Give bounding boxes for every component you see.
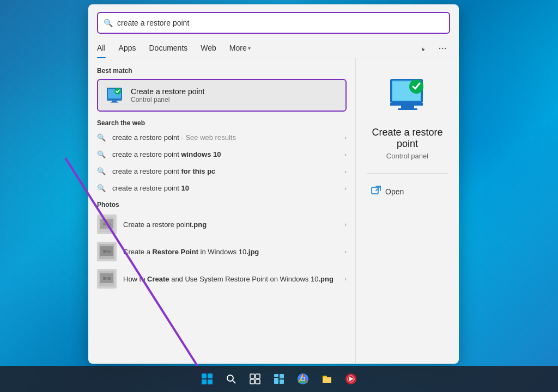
svg-rect-25 bbox=[372, 187, 378, 194]
svg-rect-37 bbox=[256, 379, 260, 384]
web-item-3[interactable]: 🔍 create a restore point 10 › bbox=[88, 180, 355, 197]
photo-thumb-0: IMG bbox=[97, 215, 117, 234]
best-match-subtitle: Control panel bbox=[131, 96, 204, 103]
tab-apps[interactable]: Apps bbox=[119, 39, 136, 58]
web-item-0[interactable]: 🔍 create a restore point - See web resul… bbox=[88, 129, 355, 146]
search-box[interactable]: 🔍 bbox=[97, 12, 450, 34]
photo-thumb-1: IMG bbox=[97, 242, 117, 261]
web-item-arrow-0: › bbox=[344, 134, 347, 141]
web-item-2[interactable]: 🔍 create a restore point for this pc › bbox=[88, 163, 355, 180]
svg-rect-23 bbox=[398, 108, 417, 110]
taskbar-files[interactable] bbox=[316, 368, 338, 390]
tab-web[interactable]: Web bbox=[201, 39, 216, 58]
web-item-arrow-1: › bbox=[344, 151, 347, 158]
web-item-arrow-2: › bbox=[344, 168, 347, 175]
svg-rect-29 bbox=[208, 373, 213, 378]
search-panel: 🔍 All Apps Documents Web More ▾ bbox=[88, 4, 459, 364]
taskbar-spotify[interactable] bbox=[340, 368, 362, 390]
open-label: Open bbox=[385, 187, 404, 196]
svg-rect-21 bbox=[390, 103, 423, 106]
share-button[interactable] bbox=[415, 41, 430, 56]
svg-rect-5 bbox=[107, 100, 122, 101]
web-item-1[interactable]: 🔍 create a restore point windows 10 › bbox=[88, 146, 355, 163]
svg-rect-40 bbox=[274, 378, 278, 384]
photo-item-arrow-0: › bbox=[344, 221, 347, 228]
svg-point-1 bbox=[442, 48, 443, 49]
svg-rect-38 bbox=[274, 374, 278, 377]
photo-item-arrow-2: › bbox=[344, 275, 347, 282]
svg-text:IMG: IMG bbox=[102, 222, 111, 226]
tab-more[interactable]: More ▾ bbox=[229, 39, 251, 58]
right-panel-subtitle: Control panel bbox=[386, 152, 428, 160]
search-web-label: Search the web bbox=[88, 114, 355, 129]
svg-point-2 bbox=[445, 48, 446, 49]
best-match-title: Create a restore point bbox=[131, 87, 204, 96]
left-panel: Best match Create a res bbox=[88, 58, 355, 363]
svg-rect-28 bbox=[202, 373, 207, 378]
web-search-icon-2: 🔍 bbox=[97, 167, 106, 175]
right-panel: Create a restore point Control panel Ope… bbox=[355, 58, 459, 363]
photo-item-arrow-1: › bbox=[344, 248, 347, 255]
open-button[interactable]: Open bbox=[367, 182, 408, 201]
web-search-icon-1: 🔍 bbox=[97, 150, 106, 158]
photos-label: Photos bbox=[88, 197, 355, 211]
content-area: Best match Create a res bbox=[88, 58, 459, 363]
right-panel-icon bbox=[386, 75, 429, 118]
svg-rect-41 bbox=[280, 379, 284, 384]
restore-point-icon bbox=[105, 85, 124, 105]
start-button[interactable] bbox=[196, 368, 218, 390]
right-panel-title: Create a restore point bbox=[367, 127, 448, 150]
svg-rect-22 bbox=[401, 106, 414, 108]
svg-point-32 bbox=[227, 375, 233, 381]
svg-text:IMG: IMG bbox=[102, 276, 111, 281]
tab-documents[interactable]: Documents bbox=[149, 39, 187, 58]
svg-rect-34 bbox=[250, 374, 254, 378]
filter-tabs: All Apps Documents Web More ▾ bbox=[88, 39, 459, 58]
svg-point-45 bbox=[301, 377, 305, 381]
open-icon bbox=[371, 186, 381, 198]
search-input[interactable] bbox=[117, 19, 444, 27]
web-search-icon-3: 🔍 bbox=[97, 184, 106, 192]
svg-rect-35 bbox=[256, 374, 260, 378]
web-search-icon-0: 🔍 bbox=[97, 133, 106, 142]
photo-item-1[interactable]: IMG Create a Restore Point in Windows 10… bbox=[88, 238, 355, 265]
svg-line-33 bbox=[233, 381, 235, 383]
more-options-button[interactable] bbox=[435, 41, 450, 56]
search-box-icon: 🔍 bbox=[104, 19, 113, 27]
svg-text:IMG: IMG bbox=[102, 249, 111, 254]
best-match-label: Best match bbox=[88, 65, 355, 79]
svg-rect-6 bbox=[112, 101, 117, 102]
right-panel-divider bbox=[367, 173, 448, 174]
svg-rect-30 bbox=[202, 379, 207, 384]
taskbar-widgets[interactable] bbox=[268, 368, 290, 390]
taskbar-search[interactable] bbox=[220, 368, 242, 390]
svg-rect-39 bbox=[280, 374, 284, 378]
web-item-arrow-3: › bbox=[344, 185, 347, 192]
svg-rect-31 bbox=[208, 379, 213, 384]
photo-thumb-2: IMG bbox=[97, 269, 117, 289]
tab-all[interactable]: All bbox=[97, 39, 106, 58]
taskbar bbox=[0, 366, 558, 392]
svg-rect-36 bbox=[250, 379, 254, 384]
taskbar-taskview[interactable] bbox=[244, 368, 266, 390]
tab-actions bbox=[415, 41, 450, 56]
svg-rect-7 bbox=[111, 102, 119, 103]
web-item-text-0: create a restore point bbox=[112, 133, 179, 142]
photo-item-2[interactable]: IMG How to Create and Use System Restore… bbox=[88, 265, 355, 292]
best-match-item[interactable]: Create a restore point Control panel bbox=[97, 79, 347, 112]
svg-point-0 bbox=[439, 48, 440, 49]
photo-item-0[interactable]: IMG Create a restore point.png › bbox=[88, 211, 355, 238]
taskbar-chrome[interactable] bbox=[292, 368, 314, 390]
